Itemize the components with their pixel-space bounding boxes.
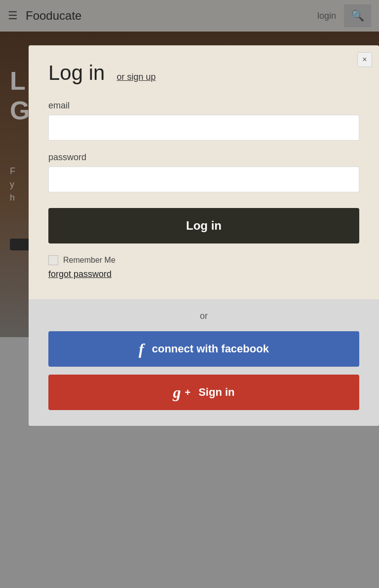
remember-row: Remember Me (48, 255, 359, 265)
email-label: email (48, 101, 359, 111)
password-label: password (48, 152, 359, 163)
modal-bottom-section: or f connect with facebook g+ Sign in (29, 299, 379, 426)
login-button[interactable]: Log in (48, 208, 359, 243)
google-login-button[interactable]: g+ Sign in (48, 375, 359, 410)
google-button-label: Sign in (198, 386, 234, 399)
facebook-login-button[interactable]: f connect with facebook (48, 331, 359, 367)
remember-checkbox[interactable] (48, 255, 58, 265)
close-button[interactable]: × (357, 52, 372, 67)
password-group: password (48, 152, 359, 192)
forgot-password-link[interactable]: forgot password (48, 269, 359, 279)
or-divider: or (48, 311, 359, 321)
modal-title-row: Log in or sign up (48, 61, 359, 85)
email-input[interactable] (48, 115, 359, 140)
signup-link[interactable]: or sign up (116, 72, 155, 82)
password-input[interactable] (48, 167, 359, 192)
modal-top-section: × Log in or sign up email password Log i… (29, 45, 379, 299)
email-group: email (48, 101, 359, 140)
modal-title: Log in (48, 61, 105, 85)
remember-label: Remember Me (63, 256, 115, 265)
login-modal: × Log in or sign up email password Log i… (29, 45, 379, 426)
google-icon: g (173, 383, 181, 402)
google-plus-icon: + (185, 387, 190, 398)
facebook-icon: f (139, 340, 144, 358)
facebook-button-label: connect with facebook (152, 343, 269, 355)
